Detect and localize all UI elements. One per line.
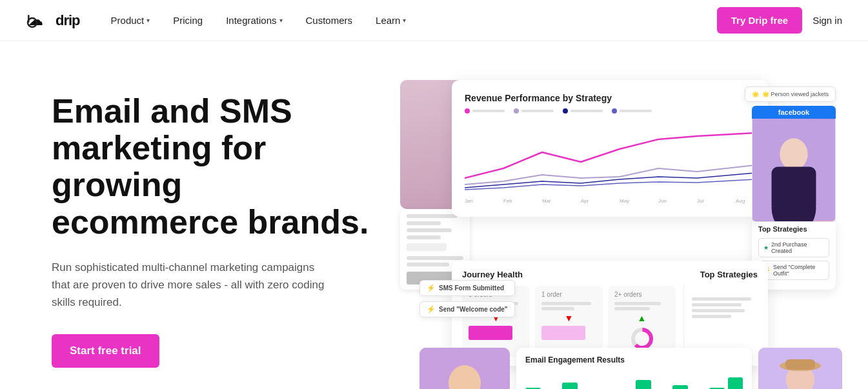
signin-button[interactable]: Sign in bbox=[812, 15, 842, 26]
navbar: ☁ drip Product ▾ Pricing Integrations ▾ bbox=[0, 0, 868, 41]
svg-text:Feb: Feb bbox=[503, 198, 512, 204]
bar-3 bbox=[562, 383, 578, 389]
email-engagement-title: Email Engagement Results bbox=[525, 355, 743, 364]
hero-section: Email and SMS marketing for growing ecom… bbox=[0, 41, 868, 389]
svg-text:Jul: Jul bbox=[697, 198, 703, 204]
hero-subtitle: Run sophisticated multi-channel marketin… bbox=[52, 259, 329, 312]
sms-trigger-tags: ⚡ SMS Form Submitted ⚡ Send "Welcome cod… bbox=[419, 280, 515, 317]
nav-right: Try Drip free Sign in bbox=[717, 7, 842, 34]
legend-item bbox=[514, 108, 554, 114]
svg-rect-17 bbox=[772, 167, 816, 212]
logo[interactable]: ☁ drip bbox=[26, 8, 80, 33]
email-bar-chart bbox=[525, 370, 743, 389]
svg-text:Jun: Jun bbox=[658, 198, 667, 204]
journey-col-2plus: 2+ orders ▲ bbox=[608, 286, 676, 357]
email-engagement-card: Email Engagement Results bbox=[516, 348, 752, 389]
person-photo-left bbox=[419, 348, 510, 389]
chevron-down-icon: ▾ bbox=[403, 17, 406, 24]
strategy-tag-1: ★ 2nd Purchase Created bbox=[758, 238, 829, 257]
chevron-down-icon: ▾ bbox=[146, 17, 150, 24]
svg-rect-3 bbox=[28, 15, 30, 23]
strategy-tag-2: ⚡ Send "Complete Outfit" bbox=[758, 261, 829, 280]
revenue-chart: Jan Feb Mar Apr May Jun Jul Aug bbox=[465, 120, 755, 204]
legend-item bbox=[465, 108, 505, 114]
nav-product[interactable]: Product ▾ bbox=[101, 10, 161, 31]
hero-left: Email and SMS marketing for growing ecom… bbox=[52, 80, 374, 368]
svg-rect-27 bbox=[785, 359, 815, 370]
legend-item bbox=[612, 108, 652, 114]
facebook-card: facebook bbox=[752, 106, 836, 222]
svg-point-15 bbox=[780, 138, 807, 170]
legend-item bbox=[563, 108, 603, 114]
nav-learn[interactable]: Learn ▾ bbox=[365, 10, 416, 31]
nav-integrations[interactable]: Integrations ▾ bbox=[216, 10, 292, 31]
revenue-card-title: Revenue Performance by Strategy bbox=[465, 93, 755, 103]
nav-links: Product ▾ Pricing Integrations ▾ Custome… bbox=[101, 10, 417, 31]
nav-pricing[interactable]: Pricing bbox=[163, 10, 213, 31]
facebook-label: facebook bbox=[752, 106, 836, 119]
lightning-icon: ⚡ bbox=[427, 284, 436, 292]
try-drip-button[interactable]: Try Drip free bbox=[717, 7, 802, 34]
bar-12 bbox=[728, 377, 743, 389]
chevron-down-icon: ▾ bbox=[279, 17, 283, 24]
svg-text:Jan: Jan bbox=[465, 198, 473, 204]
bar-7 bbox=[636, 380, 651, 389]
journey-health-title: Journey Health bbox=[462, 270, 523, 279]
start-free-trial-button[interactable]: Start free trial bbox=[52, 334, 159, 368]
star-icon: ★ bbox=[763, 244, 769, 251]
hero-dashboard: Revenue Performance by Strategy bbox=[400, 80, 842, 389]
facebook-image bbox=[752, 119, 835, 221]
brand-name: drip bbox=[56, 12, 80, 29]
lightning-icon: ⚡ bbox=[427, 305, 436, 314]
svg-text:Aug: Aug bbox=[736, 198, 745, 204]
revenue-card: Revenue Performance by Strategy bbox=[452, 80, 768, 217]
top-strategies-title: Top Strategies bbox=[700, 270, 758, 279]
person-viewed-tag: 🌟 🌟 Person viewed jackets bbox=[745, 86, 836, 102]
bar-9 bbox=[672, 385, 688, 389]
journey-col-1: 1 order ▼ bbox=[535, 286, 603, 357]
hero-title: Email and SMS marketing for growing ecom… bbox=[52, 93, 374, 241]
svg-text:Apr: Apr bbox=[581, 198, 589, 204]
sms-tag-2: ⚡ Send "Welcome code" bbox=[419, 301, 515, 317]
top-strategies-col bbox=[692, 286, 758, 357]
facebook-body bbox=[752, 119, 836, 222]
bottom-row: Email Engagement Results bbox=[419, 348, 842, 389]
star-icon: 🌟 bbox=[752, 91, 759, 97]
legend bbox=[465, 108, 755, 114]
person-photo-right bbox=[758, 348, 842, 389]
svg-text:Mar: Mar bbox=[542, 198, 551, 204]
top-strategies-label: Top Strategies bbox=[758, 225, 829, 233]
sms-tag-1: ⚡ SMS Form Submitted bbox=[419, 280, 515, 296]
svg-text:May: May bbox=[620, 198, 629, 204]
nav-customers[interactable]: Customers bbox=[296, 10, 363, 31]
